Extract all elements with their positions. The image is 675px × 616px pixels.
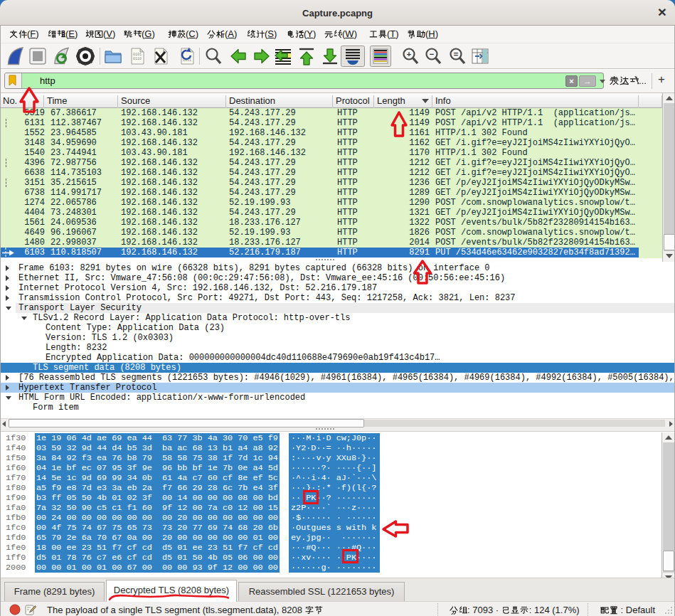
svg-text:−: − <box>430 50 434 58</box>
svg-text:=: = <box>454 50 458 58</box>
svg-text:0110: 0110 <box>133 57 142 61</box>
svg-text:+: + <box>407 50 411 58</box>
